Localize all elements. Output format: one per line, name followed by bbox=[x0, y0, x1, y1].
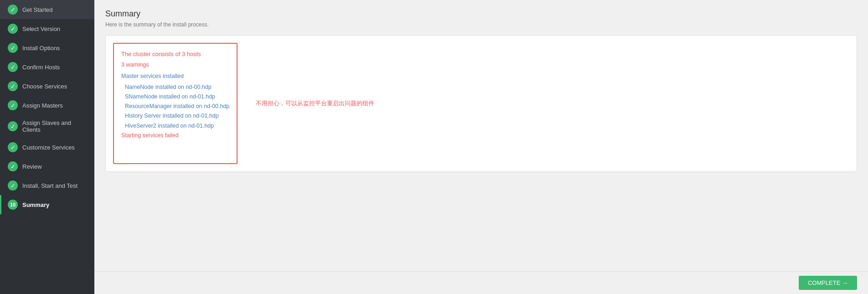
sidebar-item-review[interactable]: ✓Review bbox=[0, 157, 94, 176]
sidebar-item-select-version[interactable]: ✓Select Version bbox=[0, 19, 94, 38]
sidebar-item-label: Install, Start and Test bbox=[22, 182, 78, 189]
sidebar-item-label: Summary bbox=[22, 201, 49, 208]
check-circle-icon: ✓ bbox=[8, 24, 18, 34]
cluster-title: The cluster consists of 3 hosts bbox=[121, 49, 229, 59]
sidebar-item-summary[interactable]: 10Summary bbox=[0, 195, 94, 214]
sidebar-item-get-started[interactable]: ✓Get Started bbox=[0, 0, 94, 19]
main-content: Summary Here is the summary of the insta… bbox=[94, 0, 868, 294]
check-circle-icon: ✓ bbox=[8, 161, 18, 171]
check-circle-icon: ✓ bbox=[8, 100, 18, 110]
info-message: 不用担心，可以从监控平台重启出问题的组件 bbox=[247, 43, 374, 164]
failed-status: Starting services failed bbox=[121, 131, 229, 140]
summary-box: The cluster consists of 3 hosts 3 warnin… bbox=[113, 43, 238, 164]
check-circle-icon: ✓ bbox=[8, 43, 18, 53]
master-section-title: Master services installed bbox=[121, 72, 229, 81]
content-area: Summary Here is the summary of the insta… bbox=[94, 0, 868, 271]
page-subtitle: Here is the summary of the install proce… bbox=[105, 21, 857, 28]
check-circle-icon: ✓ bbox=[8, 121, 18, 131]
sidebar-item-label: Select Version bbox=[22, 26, 60, 32]
check-circle-icon: ✓ bbox=[8, 181, 18, 191]
sidebar-item-label: Review bbox=[22, 163, 42, 170]
sidebar-item-assign-masters[interactable]: ✓Assign Masters bbox=[0, 96, 94, 115]
sidebar-item-choose-services[interactable]: ✓Choose Services bbox=[0, 77, 94, 96]
footer: COMPLETE → bbox=[94, 271, 868, 294]
service-line: ResourceManager installed on nd-00.hdp bbox=[121, 102, 229, 111]
check-circle-icon: ✓ bbox=[8, 142, 18, 152]
sidebar-item-install-start-test[interactable]: ✓Install, Start and Test bbox=[0, 176, 94, 195]
sidebar-item-assign-slaves[interactable]: ✓Assign Slaves and Clients bbox=[0, 115, 94, 138]
sidebar-item-label: Choose Services bbox=[22, 83, 67, 90]
sidebar-item-label: Install Options bbox=[22, 45, 60, 52]
sidebar: ✓Get Started✓Select Version✓Install Opti… bbox=[0, 0, 94, 294]
services-list: NameNode installed on nd-00.hdpSNameNode… bbox=[121, 83, 229, 131]
step-number-icon: 10 bbox=[8, 200, 18, 210]
sidebar-item-label: Assign Masters bbox=[22, 102, 63, 109]
service-line: NameNode installed on nd-00.hdp bbox=[121, 83, 229, 92]
sidebar-item-label: Customize Services bbox=[22, 144, 75, 151]
sidebar-item-confirm-hosts[interactable]: ✓Confirm Hosts bbox=[0, 57, 94, 77]
sidebar-item-customize-services[interactable]: ✓Customize Services bbox=[0, 138, 94, 157]
sidebar-item-label: Assign Slaves and Clients bbox=[22, 119, 88, 133]
page-title: Summary bbox=[105, 9, 857, 19]
check-circle-icon: ✓ bbox=[8, 81, 18, 91]
complete-button[interactable]: COMPLETE → bbox=[799, 276, 857, 290]
check-circle-icon: ✓ bbox=[8, 62, 18, 72]
service-line: SNameNode installed on nd-01.hdp bbox=[121, 92, 229, 102]
service-line: History Server installed on nd-01.hdp bbox=[121, 111, 229, 121]
warnings-count: 3 warnings bbox=[121, 60, 229, 70]
sidebar-item-install-options[interactable]: ✓Install Options bbox=[0, 38, 94, 57]
sidebar-item-label: Get Started bbox=[22, 6, 52, 13]
sidebar-item-label: Confirm Hosts bbox=[22, 64, 60, 71]
service-line: HiveServer2 installed on nd-01.hdp bbox=[121, 121, 229, 131]
summary-card: The cluster consists of 3 hosts 3 warnin… bbox=[105, 35, 857, 172]
check-circle-icon: ✓ bbox=[8, 5, 18, 15]
